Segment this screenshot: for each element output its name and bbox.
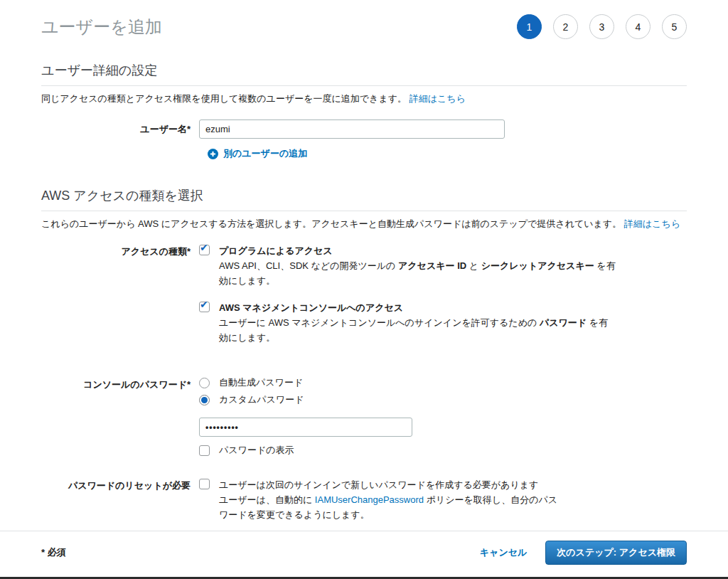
username-input[interactable] — [199, 119, 505, 139]
password-reset-row: パスワードのリセットが必要 ユーザーは次回のサインインで新しいパスワードを作成す… — [41, 477, 687, 522]
plus-circle-icon — [208, 149, 218, 159]
custom-password-input[interactable] — [199, 418, 412, 437]
custom-password-label: カスタムパスワード — [219, 393, 304, 406]
console-password-row: コンソールのパスワード* 自動生成パスワード カスタムパスワード パスワードの表… — [41, 376, 687, 457]
wizard-step-2[interactable]: 2 — [553, 14, 578, 39]
user-details-section: ユーザー詳細の設定 同じアクセスの種類とアクセス権限を使用して複数のユーザーを一… — [41, 62, 687, 160]
access-type-row: アクセスの種類* ✔ プログラムによるアクセス AWS API、CLI、SDK … — [41, 243, 687, 357]
wizard-step-4[interactable]: 4 — [626, 14, 651, 39]
programmatic-access-description: AWS API、CLI、SDK などの開発ツールの アクセスキー ID と シー… — [219, 258, 617, 288]
learn-more-link-user-details[interactable]: 詳細はこちら — [410, 93, 466, 104]
wizard-footer: * 必須 キャンセル 次のステップ: アクセス権限 — [0, 531, 728, 576]
username-label: ユーザー名* — [41, 123, 199, 136]
console-access-title: AWS マネジメントコンソールへのアクセス — [219, 300, 617, 315]
password-reset-line2: ユーザーは、自動的に IAMUserChangePassword ポリシーを取得… — [219, 492, 560, 522]
programmatic-access-text: プログラムによるアクセス AWS API、CLI、SDK などの開発ツールの ア… — [219, 243, 617, 288]
console-access-text: AWS マネジメントコンソールへのアクセス ユーザーに AWS マネジメントコン… — [219, 300, 617, 345]
access-type-description-text: これらのユーザーから AWS にアクセスする方法を選択します。アクセスキーと自動… — [41, 218, 621, 229]
wizard-steps: 1 2 3 4 5 — [517, 14, 687, 39]
required-note: * 必須 — [41, 546, 66, 559]
custom-password-option: カスタムパスワード — [199, 393, 687, 406]
access-type-label: アクセスの種類* — [41, 243, 199, 357]
console-access-checkbox[interactable]: ✔ — [199, 302, 210, 312]
learn-more-link-access-type[interactable]: 詳細はこちら — [624, 218, 680, 229]
wizard-step-5[interactable]: 5 — [662, 14, 687, 39]
user-details-description: 同じアクセスの種類とアクセス権限を使用して複数のユーザーを一度に追加できます。 … — [41, 92, 687, 105]
section-divider — [41, 85, 687, 86]
user-details-description-text: 同じアクセスの種類とアクセス権限を使用して複数のユーザーを一度に追加できます。 — [41, 93, 407, 104]
next-step-button[interactable]: 次のステップ: アクセス権限 — [545, 541, 687, 565]
iam-policy-link[interactable]: IAMUserChangePassword — [315, 494, 424, 505]
autogenerated-password-label: 自動生成パスワード — [219, 376, 303, 389]
checkmark-icon: ✔ — [200, 243, 208, 253]
page-header: ユーザーを追加 1 2 3 4 5 — [41, 0, 687, 39]
add-user-page: ユーザーを追加 1 2 3 4 5 ユーザー詳細の設定 同じアクセスの種類とアク… — [0, 0, 728, 522]
password-reset-label: パスワードのリセットが必要 — [41, 477, 199, 522]
autogenerated-password-radio[interactable] — [199, 378, 210, 388]
custom-password-radio[interactable] — [199, 395, 210, 405]
wizard-step-1[interactable]: 1 — [517, 14, 542, 39]
programmatic-access-title: プログラムによるアクセス — [219, 243, 617, 258]
password-reset-text: ユーザーは次回のサインインで新しいパスワードを作成する必要があります ユーザーは… — [219, 477, 560, 522]
username-row: ユーザー名* — [41, 119, 687, 139]
cancel-link[interactable]: キャンセル — [480, 546, 528, 559]
show-password-checkbox[interactable] — [199, 445, 210, 456]
show-password-label: パスワードの表示 — [219, 444, 294, 457]
checkmark-icon: ✔ — [200, 299, 208, 309]
console-access-choice: ✔ AWS マネジメントコンソールへのアクセス ユーザーに AWS マネジメント… — [199, 300, 687, 345]
user-details-heading: ユーザー詳細の設定 — [41, 62, 687, 79]
access-type-section: AWS アクセスの種類を選択 これらのユーザーから AWS にアクセスする方法を… — [41, 187, 687, 522]
programmatic-access-choice: ✔ プログラムによるアクセス AWS API、CLI、SDK などの開発ツールの… — [199, 243, 687, 288]
wizard-step-3[interactable]: 3 — [589, 14, 614, 39]
radio-dot-icon — [201, 397, 208, 403]
programmatic-access-checkbox[interactable]: ✔ — [199, 245, 210, 255]
add-another-user[interactable]: 別のユーザーの追加 — [208, 147, 687, 160]
access-type-heading: AWS アクセスの種類を選択 — [41, 187, 687, 204]
console-password-label: コンソールのパスワード* — [41, 376, 199, 457]
section-divider — [41, 211, 687, 211]
access-type-description: これらのユーザーから AWS にアクセスする方法を選択します。アクセスキーと自動… — [41, 218, 687, 230]
show-password-option: パスワードの表示 — [199, 444, 687, 457]
password-reset-checkbox[interactable] — [199, 479, 210, 489]
page-title: ユーザーを追加 — [41, 16, 162, 38]
password-reset-line1: ユーザーは次回のサインインで新しいパスワードを作成する必要があります — [219, 477, 560, 492]
console-access-description: ユーザーに AWS マネジメントコンソールへのサインインを許可するための パスワ… — [219, 315, 617, 345]
add-another-user-link[interactable]: 別のユーザーの追加 — [223, 147, 307, 160]
autogenerated-password-option: 自動生成パスワード — [199, 376, 687, 389]
